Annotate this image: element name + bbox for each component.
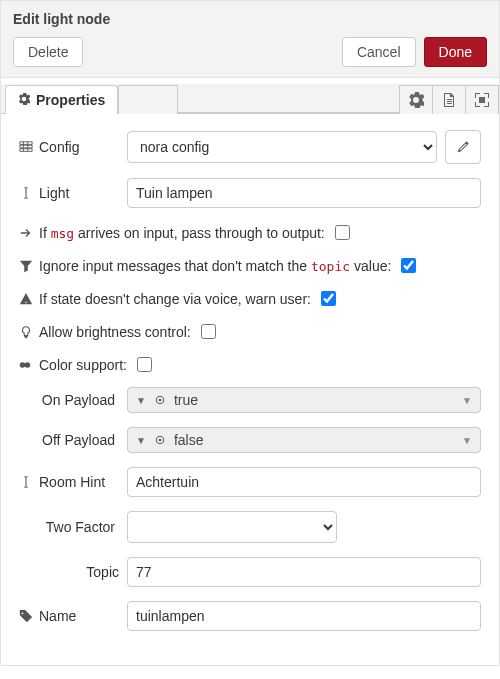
row-passthrough: If msg arrives on input, pass through to… (19, 222, 481, 243)
caret-down-icon: ▼ (462, 435, 472, 446)
warning-icon (19, 292, 33, 306)
topic-input[interactable] (127, 557, 481, 587)
passthrough-checkbox[interactable] (335, 225, 350, 240)
lightbulb-icon (19, 325, 33, 339)
light-label-wrap: Light (19, 185, 119, 201)
light-input[interactable] (127, 178, 481, 208)
two-factor-select[interactable] (127, 511, 337, 543)
row-off-payload: Off Payload ▼ false ▼ (19, 427, 481, 453)
config-label-wrap: Config (19, 139, 119, 155)
on-payload-label: On Payload (19, 392, 119, 408)
document-icon (441, 92, 457, 108)
svg-point-5 (158, 439, 161, 442)
gear-icon (18, 92, 30, 108)
svg-point-1 (25, 362, 31, 368)
dialog-title: Edit light node (13, 11, 487, 27)
filter-icon (19, 259, 33, 273)
config-edit-button[interactable] (445, 130, 481, 164)
row-ignore-topic: Ignore input messages that don't match t… (19, 255, 481, 276)
off-payload-label: Off Payload (19, 432, 119, 448)
off-payload-value: false (174, 432, 204, 448)
text-cursor-icon (19, 475, 33, 489)
tool-icons (400, 84, 499, 113)
edit-node-dialog: Edit light node Delete Cancel Done Prope… (0, 0, 500, 666)
pencil-icon (456, 140, 470, 154)
row-room-hint: Room Hint (19, 467, 481, 497)
tab-empty[interactable] (118, 85, 178, 114)
color-text: Color support: (39, 357, 127, 373)
text-cursor-icon (19, 186, 33, 200)
on-payload-field[interactable]: ▼ true ▼ (127, 387, 481, 413)
room-hint-input[interactable] (127, 467, 481, 497)
bool-icon (154, 434, 166, 446)
caret-down-icon: ▼ (136, 435, 146, 446)
name-label: Name (39, 608, 76, 624)
row-on-payload: On Payload ▼ true ▼ (19, 387, 481, 413)
gear-icon (408, 92, 424, 108)
row-brightness: Allow brightness control: (19, 321, 481, 342)
header-button-row: Delete Cancel Done (13, 37, 487, 67)
form-body: Config nora config Light If msg arrives … (1, 114, 499, 665)
brightness-text: Allow brightness control: (39, 324, 191, 340)
caret-down-icon: ▼ (136, 395, 146, 406)
svg-point-0 (20, 362, 26, 368)
tool-doc-button[interactable] (432, 85, 466, 114)
name-label-wrap: Name (19, 608, 119, 624)
tool-settings-button[interactable] (399, 85, 433, 114)
warn-text: If state doesn't change via voice, warn … (39, 291, 311, 307)
caret-down-icon: ▼ (462, 395, 472, 406)
topic-label: Topic (19, 564, 119, 580)
color-checkbox[interactable] (137, 357, 152, 372)
arrow-right-icon (19, 226, 33, 240)
ignore-topic-checkbox[interactable] (401, 258, 416, 273)
off-payload-field[interactable]: ▼ false ▼ (127, 427, 481, 453)
on-payload-value: true (174, 392, 198, 408)
done-button[interactable]: Done (424, 37, 487, 67)
row-warn-user: If state doesn't change via voice, warn … (19, 288, 481, 309)
dialog-header: Edit light node Delete Cancel Done (1, 1, 499, 78)
warn-user-checkbox[interactable] (321, 291, 336, 306)
row-config: Config nora config (19, 130, 481, 164)
two-factor-label: Two Factor (19, 519, 119, 535)
brightness-checkbox[interactable] (201, 324, 216, 339)
row-name: Name (19, 601, 481, 631)
cancel-button[interactable]: Cancel (342, 37, 416, 67)
tag-icon (19, 609, 33, 623)
name-input[interactable] (127, 601, 481, 631)
passthrough-text: If msg arrives on input, pass through to… (39, 225, 325, 241)
grid-icon (19, 140, 33, 154)
light-label: Light (39, 185, 69, 201)
delete-button[interactable]: Delete (13, 37, 83, 67)
tab-bar: Properties (1, 84, 499, 114)
tab-properties[interactable]: Properties (5, 85, 118, 114)
config-label: Config (39, 139, 79, 155)
ignore-text: Ignore input messages that don't match t… (39, 258, 391, 274)
room-hint-label-wrap: Room Hint (19, 474, 119, 490)
row-light: Light (19, 178, 481, 208)
row-color: Color support: (19, 354, 481, 375)
row-topic: Topic (19, 557, 481, 587)
tab-properties-label: Properties (36, 92, 105, 108)
color-icon (19, 358, 33, 372)
bool-icon (154, 394, 166, 406)
svg-point-3 (158, 399, 161, 402)
room-hint-label: Room Hint (39, 474, 105, 490)
frame-icon (474, 92, 490, 108)
row-two-factor: Two Factor (19, 511, 481, 543)
config-select[interactable]: nora config (127, 131, 437, 163)
tool-appearance-button[interactable] (465, 85, 499, 114)
